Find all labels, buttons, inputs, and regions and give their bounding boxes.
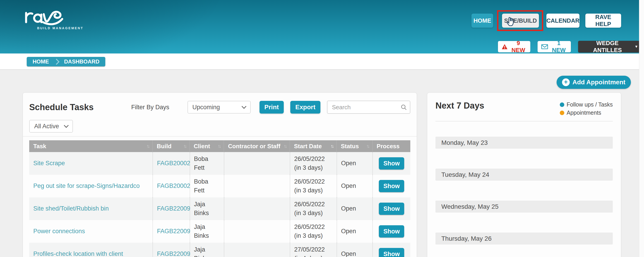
sort-icon: ↑↓	[218, 143, 221, 149]
legend-item: Appointments	[560, 109, 613, 116]
alerts-badge[interactable]: 9 NEW	[498, 41, 530, 52]
build-link[interactable]: FAGB22009	[157, 204, 190, 213]
status-value: Open	[341, 249, 356, 257]
client-cell: Boba Fett	[190, 175, 224, 197]
task-cell: Site shed/Toilet/Rubbish bin	[29, 197, 152, 220]
column-header-build[interactable]: Build↑↓	[152, 140, 190, 152]
task-link[interactable]: Site Scrape	[33, 159, 65, 168]
start-date-cell: 26/05/2022(in 3 days)	[290, 152, 337, 175]
build-link[interactable]: FAGB22009	[157, 227, 190, 236]
column-header-task[interactable]: Task↑↓	[29, 140, 152, 152]
nav-calendar[interactable]: CALENDAR	[546, 14, 580, 28]
schedule-tasks-title: Schedule Tasks	[29, 102, 94, 112]
start-date: 27/05/2022	[294, 245, 325, 254]
client-name: Boba Fett	[194, 155, 220, 172]
breadcrumb-dashboard[interactable]: DASHBOARD	[64, 59, 100, 65]
filter-days-value: Upcoming	[192, 104, 220, 111]
export-button[interactable]: Export	[290, 101, 320, 114]
sort-icon: ↑↓	[284, 143, 287, 149]
divider	[23, 136, 417, 137]
process-cell: Show	[372, 197, 410, 220]
next-7-days-card: Next 7 Days Follow ups / TasksAppointmen…	[427, 93, 621, 257]
start-date-relative: (in 3 days)	[294, 209, 325, 217]
messages-badge-label: 1 NEW	[550, 40, 567, 54]
table-row: Site ScrapeFAGB20002Boba Fett26/05/2022(…	[29, 152, 410, 175]
table-row: Peg out site for scrape-Signs/HazardcoFA…	[29, 175, 410, 197]
tasks-table-body: Site ScrapeFAGB20002Boba Fett26/05/2022(…	[29, 152, 410, 257]
start-date-cell: 26/05/2022(in 3 days)	[290, 220, 337, 243]
print-button[interactable]: Print	[260, 101, 284, 114]
day-band: Wednesday, May 25	[436, 200, 613, 212]
status-value: Open	[341, 227, 356, 236]
column-header-client[interactable]: Client↑↓	[190, 140, 224, 152]
day-list: Monday, May 23Tuesday, May 24Wednesday, …	[436, 137, 613, 244]
contractor-cell	[224, 152, 290, 175]
add-appointment-button[interactable]: + Add Appointment	[556, 76, 631, 89]
start-date: 26/05/2022	[294, 200, 325, 209]
tasks-table: Task↑↓Build↑↓Client↑↓Contractor or Staff…	[29, 140, 410, 257]
task-cell: Profiles-check location with client	[29, 243, 152, 257]
task-link[interactable]: Power connections	[33, 227, 85, 236]
client-name: Jaja Binks	[194, 222, 220, 240]
column-header-start-date[interactable]: Start Date↑↓	[290, 140, 337, 152]
top-header: BUILD MANAGEMENT HOMESITE/BUILDCALENDARR…	[0, 0, 644, 54]
start-date: 26/05/2022	[294, 155, 325, 163]
breadcrumb-bar: HOME DASHBOARD	[0, 54, 644, 70]
start-date-cell: 27/05/2022(in 4 days)	[290, 243, 337, 257]
nav-rave-help[interactable]: RAVE HELP	[585, 14, 621, 28]
show-button[interactable]: Show	[379, 225, 404, 237]
search-input[interactable]	[327, 101, 410, 114]
start-date-relative: (in 3 days)	[294, 163, 325, 172]
divider	[436, 121, 613, 121]
build-cell: FAGB22009	[152, 220, 190, 243]
filter-days-select[interactable]: Upcoming	[188, 101, 251, 114]
show-button[interactable]: Show	[379, 203, 404, 215]
alerts-badge-label: 9 NEW	[510, 40, 527, 54]
status-value: Open	[341, 181, 356, 190]
build-cell: FAGB20002	[152, 175, 190, 197]
vertical-scrollbar[interactable]	[639, 0, 644, 257]
task-link[interactable]: Peg out site for scrape-Signs/Hazardco	[33, 181, 140, 190]
column-header-contractor-or-staff[interactable]: Contractor or Staff↑↓	[224, 140, 290, 152]
legend-dot-icon	[560, 111, 564, 115]
task-link[interactable]: Profiles-check location with client	[33, 249, 123, 257]
column-label: Client	[194, 143, 210, 150]
build-link[interactable]: FAGB20002	[157, 181, 190, 190]
status-filter-select[interactable]: All Active	[29, 120, 73, 133]
nav-home[interactable]: HOME	[472, 14, 493, 28]
column-label: Task	[33, 143, 46, 150]
next-7-days-header: Next 7 Days Follow ups / TasksAppointmen…	[436, 101, 613, 116]
column-label: Build	[157, 143, 172, 150]
column-header-process: Process	[372, 140, 410, 152]
app-window: BUILD MANAGEMENT HOMESITE/BUILDCALENDARR…	[0, 0, 644, 257]
show-button[interactable]: Show	[379, 180, 404, 192]
show-button[interactable]: Show	[379, 157, 404, 169]
column-label: Process	[376, 143, 400, 150]
column-label: Status	[341, 143, 359, 150]
rave-logo[interactable]: BUILD MANAGEMENT	[22, 8, 88, 30]
column-label: Contractor or Staff	[228, 143, 280, 150]
task-link[interactable]: Site shed/Toilet/Rubbish bin	[33, 204, 109, 213]
legend-item: Follow ups / Tasks	[560, 101, 613, 108]
column-header-status[interactable]: Status↑↓	[337, 140, 372, 152]
contractor-cell	[224, 175, 290, 197]
legend-dot-icon	[560, 102, 564, 107]
messages-badge[interactable]: 1 NEW	[538, 41, 571, 52]
process-cell: Show	[372, 152, 410, 175]
build-cell: FAGB22009	[152, 197, 190, 220]
day-band: Thursday, May 26	[436, 232, 613, 244]
start-date-cell: 26/05/2022(in 3 days)	[290, 197, 337, 220]
build-link[interactable]: FAGB20002	[157, 159, 190, 168]
chevron-right-icon	[54, 59, 60, 65]
process-cell: Show	[372, 243, 410, 257]
rave-logo-icon	[22, 8, 84, 25]
show-button[interactable]: Show	[379, 248, 404, 257]
status-cell: Open	[337, 197, 372, 220]
schedule-tasks-header: Schedule Tasks Filter By Days Upcoming P…	[29, 101, 410, 114]
calendar-legend: Follow ups / TasksAppointments	[560, 101, 613, 116]
build-link[interactable]: FAGB22009	[157, 249, 190, 257]
breadcrumb-home[interactable]: HOME	[32, 59, 49, 65]
user-menu-button[interactable]: WEDGE ANTILLES ▼	[578, 41, 644, 53]
sort-icon: ↑↓	[366, 143, 370, 149]
filter-by-days-label: Filter By Days	[131, 104, 170, 111]
